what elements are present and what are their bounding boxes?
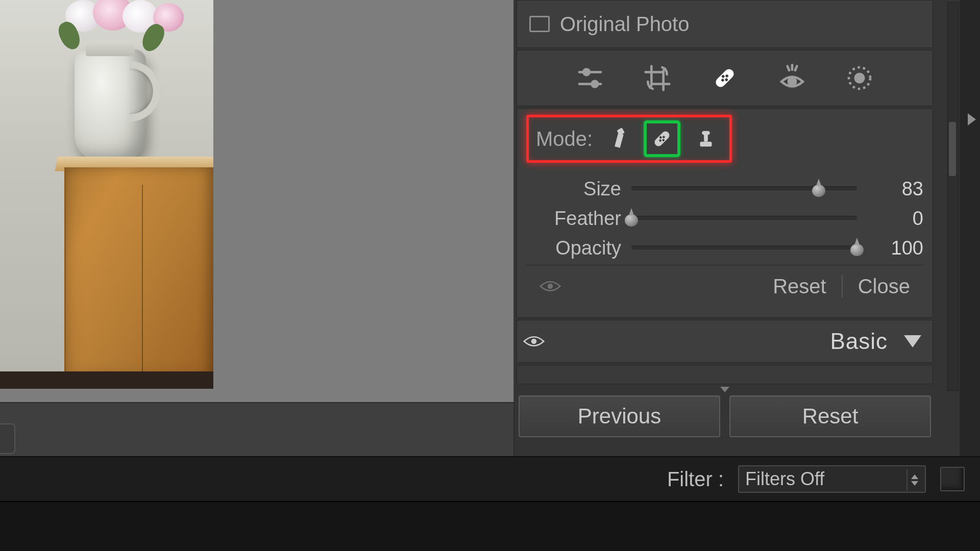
basic-collapse-icon[interactable] xyxy=(904,335,921,347)
healing-sliders: Size 83 Feather 0 Opacity xyxy=(526,174,923,263)
panel-expand-arrow-icon[interactable] xyxy=(968,113,976,126)
filter-lock-button[interactable] xyxy=(940,467,965,491)
tool-strip xyxy=(517,50,933,106)
svg-rect-23 xyxy=(702,131,710,135)
panel-gutter xyxy=(960,0,980,456)
panel-scrollbar[interactable] xyxy=(947,2,959,391)
basic-panel-header[interactable]: Basic xyxy=(517,320,933,363)
basic-panel-body-peek xyxy=(517,365,933,384)
healing-panel: Mode: xyxy=(517,108,933,318)
feather-slider[interactable]: Feather 0 xyxy=(526,204,923,233)
redeye-icon[interactable] xyxy=(777,63,807,93)
filmstrip[interactable] xyxy=(0,501,980,551)
toolbar-strip xyxy=(0,402,513,457)
content-aware-remove-icon[interactable] xyxy=(603,123,633,154)
partial-button[interactable] xyxy=(0,423,15,454)
svg-rect-4 xyxy=(714,67,736,89)
opacity-track[interactable] xyxy=(631,245,857,251)
opacity-thumb[interactable] xyxy=(849,239,865,256)
mode-label: Mode: xyxy=(536,128,593,151)
original-photo-row: Original Photo xyxy=(517,0,933,48)
preview-photo xyxy=(0,0,213,389)
filter-dropdown[interactable]: Filters Off xyxy=(738,465,926,493)
svg-point-12 xyxy=(789,78,796,85)
divider xyxy=(842,275,843,297)
original-photo-label: Original Photo xyxy=(560,13,689,36)
mode-selector-highlight: Mode: xyxy=(526,115,732,163)
edit-sliders-icon[interactable] xyxy=(575,63,605,93)
visibility-toggle-icon[interactable] xyxy=(540,276,561,297)
masking-icon[interactable] xyxy=(845,63,874,93)
app-root: Original Photo xyxy=(0,0,980,551)
svg-point-3 xyxy=(592,81,598,87)
feather-track[interactable] xyxy=(631,216,857,221)
opacity-label: Opacity xyxy=(526,237,621,259)
original-photo-checkbox[interactable] xyxy=(529,16,550,32)
image-canvas[interactable] xyxy=(0,0,514,402)
svg-rect-21 xyxy=(700,142,712,147)
dropdown-stepper-icon[interactable] xyxy=(906,469,922,491)
library-filter-bar: Filter : Filters Off xyxy=(0,456,980,501)
feather-label: Feather xyxy=(526,208,621,230)
reset-button[interactable]: Reset xyxy=(729,395,931,437)
crop-icon[interactable] xyxy=(643,63,672,93)
opacity-value[interactable]: 100 xyxy=(867,237,923,259)
healing-icon[interactable] xyxy=(710,63,740,93)
heal-icon[interactable] xyxy=(644,120,680,157)
opacity-slider[interactable]: Opacity 100 xyxy=(526,233,923,263)
size-thumb[interactable] xyxy=(811,180,826,197)
filter-dropdown-value: Filters Off xyxy=(745,468,824,490)
healing-close-button[interactable]: Close xyxy=(858,275,910,298)
feather-thumb[interactable] xyxy=(624,209,639,227)
svg-point-1 xyxy=(583,69,590,76)
svg-point-14 xyxy=(854,73,865,84)
basic-visibility-icon[interactable] xyxy=(523,334,545,349)
size-track[interactable] xyxy=(631,186,857,191)
svg-point-24 xyxy=(548,284,553,289)
basic-panel-title: Basic xyxy=(830,329,888,354)
feather-value[interactable]: 0 xyxy=(867,208,923,230)
filter-label: Filter : xyxy=(667,468,724,491)
svg-point-25 xyxy=(531,339,537,344)
healing-reset-button[interactable]: Reset xyxy=(773,275,826,298)
history-buttons-row: Previous Reset xyxy=(517,392,933,437)
svg-rect-16 xyxy=(653,130,671,147)
svg-line-11 xyxy=(795,66,797,70)
panel-resize-arrow-icon[interactable] xyxy=(720,387,729,392)
develop-panel: Original Photo xyxy=(514,0,980,456)
size-value[interactable]: 83 xyxy=(867,178,923,200)
healing-footer: Reset Close xyxy=(526,265,923,307)
size-label: Size xyxy=(526,178,621,200)
size-slider[interactable]: Size 83 xyxy=(526,174,923,204)
scrollbar-thumb[interactable] xyxy=(949,122,956,176)
svg-line-10 xyxy=(788,66,790,70)
previous-button[interactable]: Previous xyxy=(519,395,720,437)
clone-stamp-icon[interactable] xyxy=(691,123,721,154)
